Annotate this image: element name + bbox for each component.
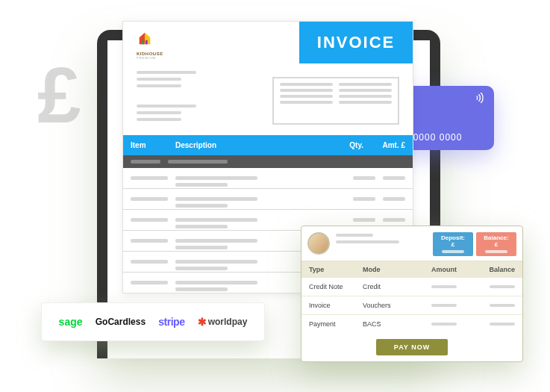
logo-subtitle: PREMIUM [137, 56, 163, 60]
col-balance: Balance [457, 266, 515, 273]
svg-rect-1 [146, 40, 148, 45]
invoice-table-header: Item Description Qty. Amt. £ [123, 135, 413, 155]
svg-rect-0 [142, 40, 144, 45]
col-qty: Qty. [328, 141, 363, 149]
invoice-badge: INVOICE [299, 22, 413, 63]
customer-info [336, 232, 427, 247]
provider-sage: sage [59, 316, 83, 328]
worldpay-icon: ✱ [198, 316, 207, 328]
col-mode: Mode [363, 266, 412, 273]
col-description: Description [175, 141, 328, 149]
provider-worldpay: ✱worldpay [198, 316, 248, 328]
customer-avatar [307, 232, 330, 255]
invoice-meta-box [272, 77, 399, 125]
balance-pill: Balance: £ [476, 232, 516, 256]
deposit-pill: Deposit: £ [433, 232, 473, 256]
provider-gocardless: GoCardless [96, 317, 146, 327]
pound-symbol: £ [37, 56, 81, 134]
col-amt: Amt. £ [363, 141, 405, 149]
company-logo: KIDHOUSE PREMIUM [123, 22, 163, 60]
contactless-icon [475, 92, 487, 106]
payment-providers-card: sage GoCardless stripe ✱worldpay [41, 302, 265, 341]
pay-now-button[interactable]: PAY NOW [376, 339, 448, 355]
billing-address [137, 71, 234, 125]
payment-panel: Deposit: £ Balance: £ Type Mode Amount B… [301, 225, 523, 362]
table-row [123, 189, 413, 210]
payment-row: Payment BACS [301, 315, 522, 333]
col-type: Type [309, 266, 363, 273]
col-amount: Amount [412, 266, 457, 273]
col-item: Item [131, 141, 175, 149]
payment-table-header: Type Mode Amount Balance [301, 261, 522, 278]
payment-row: Invoice Vouchers [301, 296, 522, 315]
payment-row: Credit Note Credit [301, 278, 522, 296]
invoice-subheader [123, 155, 413, 168]
provider-stripe: stripe [158, 316, 184, 328]
table-row [123, 168, 413, 189]
